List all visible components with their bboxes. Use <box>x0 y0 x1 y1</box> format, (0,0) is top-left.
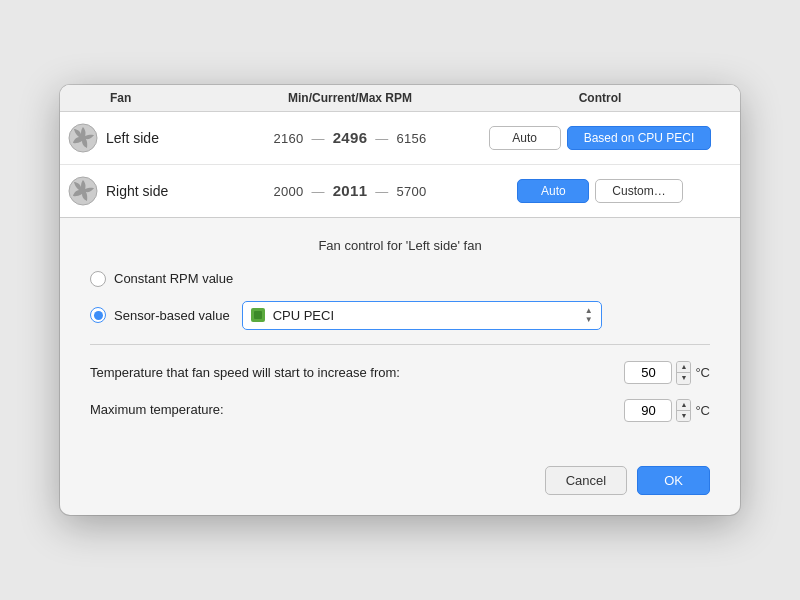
btn-cpu-peci-left[interactable]: Based on CPU PECI <box>567 126 712 150</box>
header-control: Control <box>460 91 740 105</box>
temp-max-label: Maximum temperature: <box>90 401 624 419</box>
fan-current-left: 2496 <box>333 129 368 146</box>
dash4: — <box>375 184 388 199</box>
temp-start-input[interactable] <box>624 361 672 384</box>
temp-start-input-wrap: ▲ ▼ °C <box>624 361 710 385</box>
header-fan: Fan <box>60 91 240 105</box>
fan-max-right: 5700 <box>396 184 426 199</box>
fan-icon-left <box>60 122 106 154</box>
fan-row-left: Left side 2160 — 2496 — 6156 Auto Based … <box>60 112 740 165</box>
fan-table: Fan Min/Current/Max RPM Control Left sid… <box>60 85 740 218</box>
fan-current-right: 2011 <box>333 182 368 199</box>
ok-button[interactable]: OK <box>637 466 710 495</box>
temp-start-label: Temperature that fan speed will start to… <box>90 364 624 382</box>
dialog: Fan Min/Current/Max RPM Control Left sid… <box>60 85 740 516</box>
cancel-button[interactable]: Cancel <box>545 466 627 495</box>
sensor-dropdown[interactable]: CPU PECI ▲ ▼ <box>242 301 602 330</box>
radio-sensor-inner <box>94 311 103 320</box>
sensor-select-wrap: CPU PECI ▲ ▼ <box>242 301 602 330</box>
temp-start-down[interactable]: ▼ <box>677 373 690 383</box>
fan-controls-right: Auto Custom… <box>460 179 740 203</box>
fan-name-right: Right side <box>106 183 240 199</box>
temp-max-stepper: ▲ ▼ <box>676 399 691 423</box>
temp-max-row: Maximum temperature: ▲ ▼ °C <box>90 399 710 423</box>
option-constant-row: Constant RPM value <box>90 271 710 287</box>
fan-rpm-right: 2000 — 2011 — 5700 <box>240 182 460 199</box>
temp-start-up[interactable]: ▲ <box>677 362 690 373</box>
arrow-down: ▼ <box>585 315 593 325</box>
fan-controls-left: Auto Based on CPU PECI <box>460 126 740 150</box>
radio-sensor[interactable] <box>90 307 106 323</box>
radio-constant[interactable] <box>90 271 106 287</box>
fan-name-left: Left side <box>106 130 240 146</box>
fan-max-left: 6156 <box>396 131 426 146</box>
option-sensor-label: Sensor-based value <box>114 308 230 323</box>
temp-max-down[interactable]: ▼ <box>677 411 690 421</box>
temp-max-input-wrap: ▲ ▼ °C <box>624 399 710 423</box>
sensor-chip-icon <box>251 308 265 322</box>
option-constant-label: Constant RPM value <box>114 271 233 286</box>
btn-custom-right[interactable]: Custom… <box>595 179 682 203</box>
btn-auto-left[interactable]: Auto <box>489 126 561 150</box>
temp-start-unit: °C <box>695 365 710 380</box>
dash3: — <box>311 184 324 199</box>
temp-max-unit: °C <box>695 403 710 418</box>
fan-min-left: 2160 <box>273 131 303 146</box>
divider <box>90 344 710 345</box>
sensor-name: CPU PECI <box>273 308 577 323</box>
fan-rpm-left: 2160 — 2496 — 6156 <box>240 129 460 146</box>
fan-icon-right <box>60 175 106 207</box>
option-sensor-row: Sensor-based value CPU PECI ▲ ▼ <box>90 301 710 330</box>
detail-section: Fan control for 'Left side' fan Constant… <box>60 218 740 457</box>
temp-max-up[interactable]: ▲ <box>677 400 690 411</box>
dash1: — <box>311 131 324 146</box>
temp-max-input[interactable] <box>624 399 672 422</box>
header-rpm: Min/Current/Max RPM <box>240 91 460 105</box>
fan-row-right: Right side 2000 — 2011 — 5700 Auto Custo… <box>60 165 740 217</box>
footer: Cancel OK <box>60 456 740 515</box>
fan-min-right: 2000 <box>273 184 303 199</box>
table-header: Fan Min/Current/Max RPM Control <box>60 85 740 112</box>
dash2: — <box>375 131 388 146</box>
temp-start-row: Temperature that fan speed will start to… <box>90 361 710 385</box>
dropdown-arrows: ▲ ▼ <box>585 306 593 325</box>
temp-start-stepper: ▲ ▼ <box>676 361 691 385</box>
btn-auto-right[interactable]: Auto <box>517 179 589 203</box>
arrow-up: ▲ <box>585 306 593 316</box>
detail-title: Fan control for 'Left side' fan <box>90 238 710 253</box>
